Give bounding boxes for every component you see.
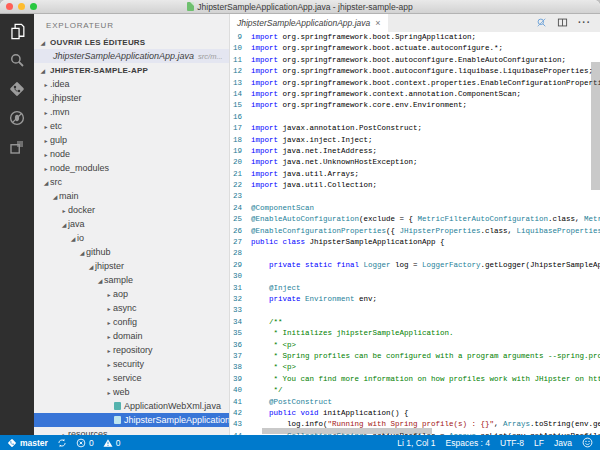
tree-item-service[interactable]: ▸service — [34, 371, 229, 385]
code-line[interactable]: 34 /** — [230, 317, 600, 328]
git-branch-status[interactable]: master — [7, 438, 48, 448]
code-line[interactable]: 9import org.springframework.boot.SpringA… — [230, 32, 600, 43]
code-line[interactable]: 18import javax.inject.Inject; — [230, 135, 600, 146]
code-line[interactable]: 38 * <p> — [230, 362, 600, 373]
code-line[interactable]: 37 * Spring profiles can be configured w… — [230, 351, 600, 362]
code-line[interactable]: 22import java.util.Collection; — [230, 180, 600, 191]
tree-item--idea[interactable]: ▸.idea — [34, 77, 229, 91]
warning-count[interactable]: 0 — [103, 438, 121, 448]
code-line[interactable]: 28 — [230, 248, 600, 259]
tree-item-label: docker — [68, 205, 95, 215]
java-file-icon — [114, 416, 121, 424]
code-line[interactable]: 26@EnableConfigurationProperties({ JHips… — [230, 226, 600, 237]
code-line[interactable]: 36 * <p> — [230, 340, 600, 351]
chevron-collapsed-icon: ▸ — [105, 347, 113, 354]
open-editors-section-header[interactable]: ◢ OUVRIR LES ÉDITEURS — [34, 35, 229, 49]
code-line[interactable]: 10import org.springframework.boot.actuat… — [230, 43, 600, 54]
line-number: 19 — [230, 146, 251, 157]
line-number: 15 — [230, 100, 251, 111]
code-line[interactable]: 17import javax.annotation.PostConstruct; — [230, 123, 600, 134]
code-line[interactable]: 32 private Environment env; — [230, 294, 600, 305]
code-line[interactable]: 30 — [230, 271, 600, 282]
line-number: 25 — [230, 214, 251, 225]
tree-item--jhipster[interactable]: ▸.jhipster — [34, 91, 229, 105]
source-control-icon[interactable] — [7, 80, 27, 98]
close-tab-icon[interactable]: × — [375, 19, 380, 28]
tree-item-node-modules[interactable]: ▸node_modules — [34, 161, 229, 175]
tree-item-gulp[interactable]: ▸gulp — [34, 133, 229, 147]
more-actions-icon[interactable]: ··· — [578, 18, 591, 28]
code-line[interactable]: 11import org.springframework.boot.autoco… — [230, 55, 600, 66]
tree-item-sample[interactable]: ◢sample — [34, 273, 229, 287]
code-line[interactable]: 33 — [230, 305, 600, 316]
sync-icon — [57, 438, 67, 448]
code-line[interactable]: 21import java.util.Arrays; — [230, 169, 600, 180]
line-number: 33 — [230, 305, 251, 316]
sync-button[interactable] — [57, 438, 67, 448]
code-line[interactable]: 19import java.net.InetAddress; — [230, 146, 600, 157]
code-line[interactable]: 15import org.springframework.core.env.En… — [230, 100, 600, 111]
tree-item-jhipstersampleapplicationapp-java[interactable]: JhipsterSampleApplicationApp.java — [34, 413, 229, 427]
tree-item-repository[interactable]: ▸repository — [34, 343, 229, 357]
code-line[interactable]: 35 * Initializes jhipsterSampleApplicati… — [230, 328, 600, 339]
horizontal-scrollbar[interactable] — [262, 428, 432, 434]
tree-item-node[interactable]: ▸node — [34, 147, 229, 161]
tree-item-applicationwebxml-java[interactable]: ApplicationWebXml.java — [34, 399, 229, 413]
tree-item-jhipster[interactable]: ◢jhipster — [34, 259, 229, 273]
code-line[interactable]: 39 * You can find more information on ho… — [230, 374, 600, 385]
tree-item-github[interactable]: ◢github — [34, 245, 229, 259]
eol-setting[interactable]: LF — [534, 438, 544, 448]
tree-item-aop[interactable]: ▸aop — [34, 287, 229, 301]
code-line[interactable]: 20import java.net.UnknownHostException; — [230, 157, 600, 168]
open-editor-item[interactable]: JhipsterSampleApplicationApp.java src/m.… — [34, 49, 229, 63]
encoding-setting[interactable]: UTF-8 — [500, 438, 524, 448]
tree-item-io[interactable]: ◢io — [34, 231, 229, 245]
vertical-scrollbar[interactable] — [591, 62, 600, 190]
line-number: 32 — [230, 294, 251, 305]
error-count[interactable]: 0 — [76, 438, 94, 448]
project-section-header[interactable]: ◢ JHIPSTER-SAMPLE-APP — [34, 63, 229, 77]
tree-item-web[interactable]: ▸web — [34, 385, 229, 399]
title-bar: JhipsterSampleApplicationApp.java - jhip… — [0, 0, 600, 14]
code-line[interactable]: 16 — [230, 112, 600, 123]
line-number: 26 — [230, 226, 251, 237]
extensions-icon[interactable] — [7, 138, 27, 156]
tab-jhipstersampleapplicationapp-java[interactable]: JhipsterSampleApplicationApp.java × — [230, 14, 388, 32]
tree-item-docker[interactable]: ▸docker — [34, 203, 229, 217]
line-number: 18 — [230, 135, 251, 146]
split-editor-icon[interactable] — [557, 14, 568, 32]
tree-item-async[interactable]: ▸async — [34, 301, 229, 315]
code-line[interactable]: 24@ComponentScan — [230, 203, 600, 214]
tree-item-domain[interactable]: ▸domain — [34, 329, 229, 343]
code-line[interactable]: 23 — [230, 191, 600, 202]
code-line[interactable]: 13import org.springframework.boot.contex… — [230, 78, 600, 89]
feedback-smiley-icon[interactable] — [582, 437, 593, 448]
tree-item-java[interactable]: ◢java — [34, 217, 229, 231]
tree-item-src[interactable]: ◢src — [34, 175, 229, 189]
debug-icon[interactable] — [7, 109, 27, 127]
search-icon[interactable] — [7, 51, 27, 69]
error-count-value: 0 — [89, 438, 94, 448]
tree-item-resources[interactable]: ▸resources — [34, 427, 229, 435]
tree-item-label: aop — [113, 289, 128, 299]
code-line[interactable]: 25@EnableAutoConfiguration(exclude = { M… — [230, 214, 600, 225]
indentation-setting[interactable]: Espaces : 4 — [446, 438, 490, 448]
code-editor[interactable]: 9import org.springframework.boot.SpringA… — [230, 32, 600, 435]
tree-item--mvn[interactable]: ▸.mvn — [34, 105, 229, 119]
explorer-icon[interactable] — [7, 22, 27, 40]
code-line[interactable]: 29 private static final Logger log = Log… — [230, 260, 600, 271]
open-preview-icon[interactable] — [536, 14, 547, 32]
tree-item-main[interactable]: ◢main — [34, 189, 229, 203]
code-line[interactable]: 42 public void initApplication() { — [230, 408, 600, 419]
tree-item-security[interactable]: ▸security — [34, 357, 229, 371]
tree-item-config[interactable]: ▸config — [34, 315, 229, 329]
cursor-position[interactable]: Li 1, Col 1 — [397, 438, 435, 448]
code-line[interactable]: 41 @PostConstruct — [230, 397, 600, 408]
code-line[interactable]: 40 */ — [230, 385, 600, 396]
tree-item-etc[interactable]: ▸etc — [34, 119, 229, 133]
language-mode[interactable]: Java — [554, 438, 572, 448]
code-line[interactable]: 27public class JhipsterSampleApplication… — [230, 237, 600, 248]
code-line[interactable]: 14import org.springframework.context.ann… — [230, 89, 600, 100]
code-line[interactable]: 31 @Inject — [230, 283, 600, 294]
code-line[interactable]: 12import org.springframework.boot.autoco… — [230, 66, 600, 77]
